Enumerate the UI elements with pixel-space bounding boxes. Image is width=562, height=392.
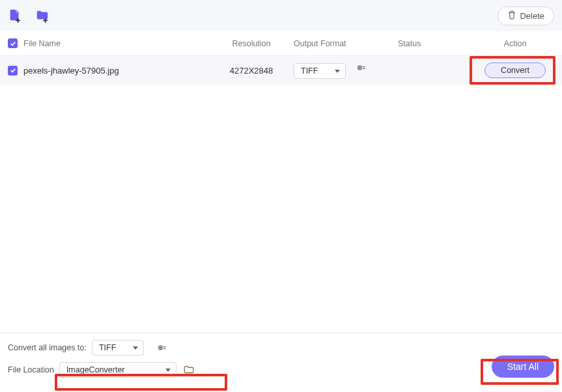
toolbar-left bbox=[8, 8, 49, 23]
header-resolution: Resolution bbox=[209, 39, 294, 48]
file-location-label: File Location bbox=[8, 365, 54, 374]
select-all-checkbox[interactable] bbox=[8, 38, 18, 48]
header-action: Action bbox=[476, 39, 554, 48]
row-format-value: TIFF bbox=[301, 66, 318, 76]
highlight-start-all bbox=[481, 359, 559, 385]
convert-all-label: Convert all images to: bbox=[8, 343, 87, 352]
top-toolbar: Delete bbox=[0, 0, 562, 31]
add-folder-icon[interactable] bbox=[35, 8, 49, 23]
row-filename: pexels-jhawley-57905.jpg bbox=[23, 66, 209, 76]
header-filename: File Name bbox=[23, 39, 209, 48]
trash-icon bbox=[507, 10, 516, 21]
header-status: Status bbox=[398, 39, 476, 48]
convert-all-format-value: TIFF bbox=[99, 343, 116, 352]
row-settings-icon[interactable] bbox=[355, 62, 367, 74]
row-checkbox[interactable] bbox=[8, 66, 18, 76]
svg-point-5 bbox=[359, 67, 360, 68]
delete-label: Delete bbox=[520, 11, 544, 21]
highlight-file-location bbox=[55, 374, 227, 391]
add-file-icon[interactable] bbox=[8, 8, 22, 23]
convert-all-settings-icon[interactable] bbox=[156, 342, 167, 354]
row-resolution: 4272X2848 bbox=[209, 66, 294, 76]
svg-point-9 bbox=[160, 347, 161, 348]
table-header: File Name Resolution Output Format Statu… bbox=[0, 31, 562, 56]
header-output-format: Output Format bbox=[294, 39, 398, 48]
convert-all-format-select[interactable]: TIFF bbox=[92, 340, 144, 356]
row-format-select[interactable]: TIFF bbox=[294, 63, 346, 79]
file-location-value: ImageConverter bbox=[66, 365, 125, 374]
delete-button[interactable]: Delete bbox=[498, 7, 554, 25]
highlight-convert bbox=[470, 56, 555, 85]
